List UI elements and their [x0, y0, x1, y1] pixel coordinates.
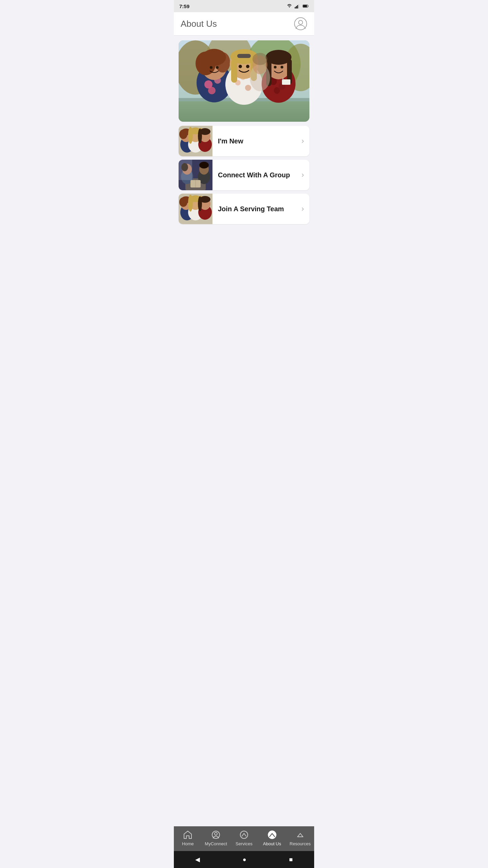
status-icons: [286, 4, 309, 8]
profile-button[interactable]: [294, 17, 307, 31]
svg-point-50: [252, 53, 267, 65]
connect-group-label: Connect With A Group: [212, 171, 302, 179]
svg-rect-5: [303, 5, 307, 7]
svg-point-46: [274, 66, 277, 68]
svg-rect-75: [179, 160, 192, 180]
profile-icon: [294, 17, 307, 30]
serving-team-chevron: ›: [302, 204, 309, 213]
connect-group-chevron: ›: [302, 171, 309, 179]
svg-point-23: [210, 66, 212, 69]
svg-point-84: [188, 195, 193, 212]
im-new-thumb-svg: [179, 126, 212, 156]
svg-point-18: [208, 87, 216, 94]
signal-icon: [294, 4, 301, 8]
list-item-im-new[interactable]: I'm New ›: [179, 126, 309, 156]
svg-rect-33: [237, 54, 251, 58]
status-bar: 7:59: [174, 0, 314, 12]
svg-rect-0: [295, 7, 296, 8]
im-new-label: I'm New: [212, 137, 302, 145]
list-item-connect-group[interactable]: Connect With A Group ›: [179, 160, 309, 190]
battery-icon: [303, 4, 309, 8]
svg-rect-31: [231, 59, 237, 83]
svg-rect-1: [296, 6, 297, 8]
connect-group-thumb: [179, 160, 212, 190]
main-content: I'm New ›: [174, 36, 314, 275]
wifi-icon: [286, 4, 292, 8]
svg-point-64: [198, 129, 202, 143]
svg-point-89: [198, 196, 202, 211]
serving-team-thumb: [179, 194, 212, 224]
svg-rect-3: [298, 4, 299, 8]
im-new-thumb: [179, 126, 212, 156]
status-time: 7:59: [179, 3, 189, 9]
page-title: About Us: [181, 19, 217, 29]
svg-point-72: [199, 162, 209, 169]
svg-point-35: [246, 65, 249, 68]
svg-rect-2: [297, 5, 298, 8]
hero-image: [179, 40, 309, 122]
svg-point-7: [299, 20, 303, 24]
serving-team-thumb-svg: [179, 194, 212, 224]
svg-point-34: [239, 65, 242, 68]
svg-rect-45: [283, 78, 283, 80]
svg-point-22: [202, 49, 226, 66]
header: About Us: [174, 12, 314, 36]
svg-point-47: [281, 66, 283, 68]
hero-svg: [179, 40, 309, 122]
serving-team-label: Join A Serving Team: [212, 205, 302, 213]
list-item-serving-team[interactable]: Join A Serving Team ›: [179, 194, 309, 224]
svg-point-27: [245, 85, 251, 91]
svg-point-39: [274, 87, 280, 94]
svg-point-59: [188, 127, 193, 144]
connect-group-thumb-svg: [179, 160, 212, 190]
im-new-chevron: ›: [302, 137, 309, 145]
svg-point-24: [216, 66, 219, 69]
